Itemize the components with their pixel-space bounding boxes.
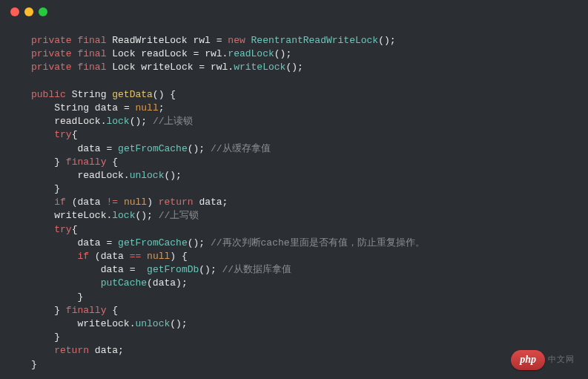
token-punct: ; [222, 197, 228, 208]
token-method: getData [112, 89, 153, 100]
token-punct: ) { [170, 251, 187, 262]
token-call: lock [106, 116, 129, 127]
close-icon[interactable] [10, 7, 19, 16]
token-op: != [106, 197, 118, 208]
token-punct: { [72, 224, 78, 235]
token-kw: if [54, 197, 66, 208]
token-ident: writeLock [77, 318, 129, 329]
token-punct: } [54, 332, 60, 343]
token-call: putCache [101, 277, 147, 289]
token-ident: rwl [211, 62, 228, 73]
token-null: null [147, 251, 170, 262]
minimize-icon[interactable] [24, 7, 33, 16]
token-ident: readLock [54, 116, 100, 127]
token-call: readLock [228, 48, 274, 59]
code-line: } [31, 182, 425, 196]
token-null: null [124, 197, 147, 208]
token-kw: private [31, 35, 72, 46]
token-kw: return [54, 345, 89, 356]
code-line: putCache(data); [31, 277, 425, 290]
token-punct: = [130, 264, 136, 275]
token-punct: = [124, 102, 130, 113]
code-line: } [31, 331, 425, 344]
code-line: String data = null; [31, 102, 425, 115]
token-call: getFromCache [118, 143, 188, 154]
token-call: getFromDb [147, 264, 199, 275]
token-punct: ); [176, 277, 188, 289]
code-line: private final ReadWriteLock rwl = new Re… [31, 34, 425, 47]
token-call: unlock [135, 318, 170, 329]
token-ident: rwl [205, 48, 222, 59]
token-ident: data [101, 264, 124, 275]
token-ident: data [95, 345, 118, 356]
token-ident: data [153, 277, 176, 289]
token-punct: (); [135, 210, 152, 221]
token-null: null [136, 102, 159, 113]
token-punct: (); [285, 62, 303, 73]
code-line [31, 75, 425, 88]
code-line: data = getFromCache(); //再次判断cache里面是否有值… [31, 237, 425, 250]
token-call: lock [112, 210, 135, 221]
code-line: readLock.unlock(); [31, 169, 425, 182]
token-kw: try [54, 224, 71, 235]
token-call: ReentrantReadWriteLock [251, 35, 379, 46]
token-type: String [72, 89, 107, 100]
code-line: } [31, 291, 425, 304]
token-ident: data [77, 237, 100, 248]
token-punct: ( [147, 277, 153, 289]
code-line: private final Lock writeLock = rwl.write… [31, 61, 425, 74]
code-line: data = getFromCache(); //从缓存拿值 [31, 142, 425, 156]
code-line: public String getData() { [31, 88, 425, 102]
token-punct: ( [95, 251, 101, 262]
code-line: writeLock.unlock(); [31, 317, 425, 331]
code-line: } finally { [31, 156, 425, 169]
token-ident: writeLock [54, 210, 106, 221]
token-punct: = [106, 143, 112, 154]
token-punct: = [199, 62, 205, 73]
token-ident: data [77, 143, 100, 154]
token-punct: (); [130, 116, 147, 127]
token-punct: } [31, 359, 37, 370]
token-type: String [54, 102, 89, 113]
token-comment: //上读锁 [153, 116, 194, 127]
token-punct: { [72, 129, 78, 140]
watermark: php 中文网 [511, 350, 575, 370]
watermark-logo: php [511, 350, 545, 370]
token-call: writeLock [234, 62, 285, 73]
token-call: getFromCache [118, 237, 188, 248]
token-punct: . [124, 170, 130, 181]
token-punct: (); [188, 143, 205, 154]
code-editor: private final ReadWriteLock rwl = new Re… [31, 34, 425, 372]
code-line: if (data == null) { [31, 250, 425, 263]
token-punct: (); [199, 264, 216, 275]
token-ident: data [199, 197, 222, 208]
code-line: try{ [31, 128, 425, 142]
token-kw: private [31, 62, 72, 73]
token-kw: public [31, 89, 66, 100]
token-op: == [130, 251, 142, 262]
token-ident: readLock [141, 48, 187, 59]
token-ident: data [101, 251, 124, 262]
code-line: if (data != null) return data; [31, 196, 425, 209]
token-kw: new [228, 35, 245, 46]
token-kw: return [159, 197, 194, 208]
token-punct: } [77, 291, 83, 303]
token-type: Lock [112, 48, 135, 59]
code-line: readLock.lock(); //上读锁 [31, 115, 425, 128]
token-kw: final [77, 35, 106, 46]
token-punct: (); [188, 237, 205, 248]
token-type: ReadWriteLock [112, 35, 187, 46]
code-line: try{ [31, 223, 425, 237]
zoom-icon[interactable] [39, 7, 47, 16]
token-punct: ; [118, 345, 124, 356]
token-type: Lock [112, 62, 135, 73]
token-call: unlock [130, 170, 165, 181]
token-punct: (); [378, 35, 395, 46]
code-line: private final Lock readLock = rwl.readLo… [31, 47, 425, 61]
code-line: data = getFromDb(); //从数据库拿值 [31, 263, 425, 277]
token-kw: private [31, 48, 72, 59]
token-punct: (); [164, 170, 181, 181]
code-line: writeLock.lock(); //上写锁 [31, 209, 425, 223]
token-punct: } [54, 156, 60, 168]
watermark-text: 中文网 [548, 355, 575, 366]
